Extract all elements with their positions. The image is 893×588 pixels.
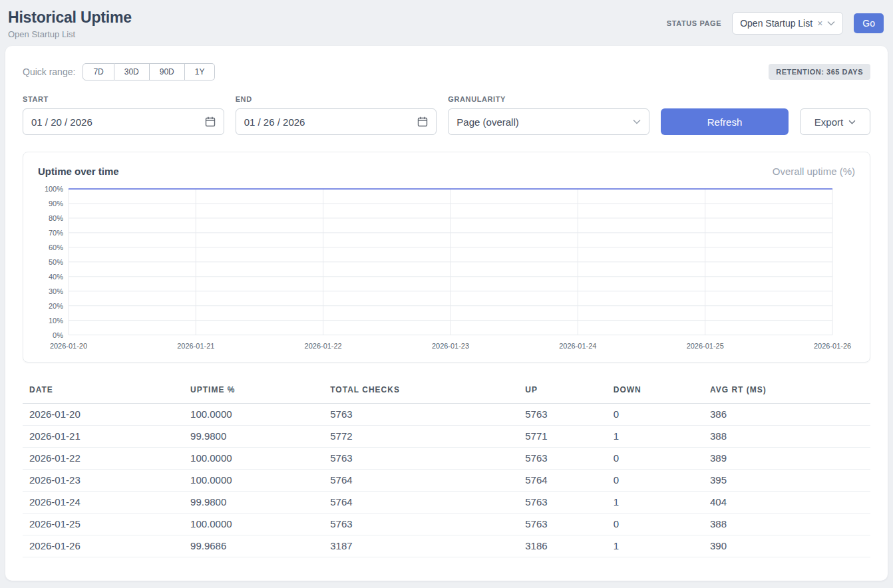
export-button[interactable]: Export (800, 108, 870, 135)
page-subtitle: Open Startup List (8, 29, 132, 39)
calendar-icon[interactable] (205, 116, 216, 127)
table-cell: 395 (703, 469, 870, 491)
table-cell: 99.9800 (184, 425, 323, 447)
y-tick-label: 50% (49, 258, 63, 266)
end-field: END 01 / 26 / 2026 (236, 95, 437, 135)
table-cell: 0 (607, 447, 703, 469)
table-cell: 99.9800 (184, 491, 323, 513)
y-tick-label: 40% (49, 273, 63, 281)
export-button-label: Export (814, 116, 843, 128)
table-cell: 404 (703, 491, 870, 513)
table-cell: 0 (607, 513, 703, 535)
x-tick-label: 2026-01-23 (432, 342, 469, 350)
table-cell: 5763 (518, 447, 606, 469)
x-tick-label: 2026-01-24 (559, 342, 596, 350)
status-page-select[interactable]: Open Startup List × (732, 12, 843, 35)
table-row: 2026-01-22100.0000576357630389 (23, 447, 870, 469)
y-tick-label: 70% (49, 229, 63, 237)
title-block: Historical Uptime Open Startup List (8, 9, 132, 39)
table-cell: 2026-01-22 (23, 447, 184, 469)
table-cell: 5763 (323, 403, 518, 425)
page-title: Historical Uptime (8, 9, 132, 27)
chevron-down-icon (633, 119, 641, 124)
y-tick-label: 60% (49, 243, 63, 251)
table-cell: 5764 (323, 491, 518, 513)
y-tick-label: 0% (53, 331, 63, 339)
calendar-icon[interactable] (417, 116, 428, 127)
uptime-line-chart: 0%10%20%30%40%50%60%70%80%90%100%2026-01… (38, 184, 855, 353)
column-header: DATE (23, 378, 184, 404)
quick-range-1y-button[interactable]: 1Y (185, 63, 216, 80)
chart-legend: Overall uptime (%) (773, 166, 855, 177)
status-page-label: STATUS PAGE (667, 19, 721, 27)
go-button[interactable]: Go (854, 13, 884, 33)
table-body: 2026-01-20100.00005763576303862026-01-21… (23, 403, 870, 557)
table-cell: 389 (703, 447, 870, 469)
table-row: 2026-01-20100.0000576357630386 (23, 403, 870, 425)
table-cell: 2026-01-25 (23, 513, 184, 535)
table-cell: 5764 (323, 469, 518, 491)
table-header-row: DATEUPTIME %TOTAL CHECKSUPDOWNAVG RT (MS… (23, 378, 870, 404)
quick-range-group: 7D30D90D1Y (83, 63, 215, 80)
status-page-selected-value: Open Startup List (740, 18, 812, 29)
table-cell: 100.0000 (184, 403, 323, 425)
table-cell: 5763 (518, 403, 606, 425)
start-label: START (23, 95, 224, 103)
y-tick-label: 80% (49, 214, 63, 222)
start-date-input[interactable]: 01 / 20 / 2026 (23, 108, 224, 135)
table-cell: 0 (607, 469, 703, 491)
uptime-table: DATEUPTIME %TOTAL CHECKSUPDOWNAVG RT (MS… (23, 378, 870, 557)
table-cell: 386 (703, 403, 870, 425)
filter-form-row: START 01 / 20 / 2026 END 01 / 26 / 2026 (23, 95, 870, 135)
granularity-select[interactable]: Page (overall) (448, 108, 649, 135)
quick-range-7d-button[interactable]: 7D (83, 63, 114, 80)
chart-title: Uptime over time (38, 166, 119, 177)
x-tick-label: 2026-01-26 (814, 342, 851, 350)
column-header: UP (518, 378, 606, 404)
x-tick-label: 2026-01-21 (177, 342, 214, 350)
start-date-value: 01 / 20 / 2026 (31, 116, 92, 128)
uptime-chart-card: Uptime over time Overall uptime (%) 0%10… (23, 152, 870, 363)
end-date-input[interactable]: 01 / 26 / 2026 (236, 108, 437, 135)
status-page-controls: STATUS PAGE Open Startup List × Go (667, 12, 884, 35)
retention-badge: RETENTION: 365 DAYS (769, 64, 870, 80)
table-cell: 390 (703, 535, 870, 557)
quick-range-90d-button[interactable]: 90D (150, 63, 185, 80)
quick-range-label: Quick range: (23, 67, 75, 77)
table-cell: 388 (703, 425, 870, 447)
x-tick-label: 2026-01-25 (687, 342, 724, 350)
clear-selection-icon[interactable]: × (817, 19, 822, 28)
granularity-selected-value: Page (overall) (456, 116, 518, 128)
chevron-down-icon (848, 120, 856, 124)
start-field: START 01 / 20 / 2026 (23, 95, 224, 135)
column-header: AVG RT (MS) (703, 378, 870, 404)
table-cell: 100.0000 (184, 513, 323, 535)
table-cell: 99.9686 (184, 535, 323, 557)
table-cell: 2026-01-24 (23, 491, 184, 513)
table-cell: 100.0000 (184, 447, 323, 469)
column-header: UPTIME % (184, 378, 323, 404)
refresh-button[interactable]: Refresh (661, 108, 789, 135)
y-tick-label: 10% (49, 317, 63, 325)
table-cell: 1 (607, 425, 703, 447)
y-tick-label: 30% (49, 287, 63, 295)
table-cell: 5763 (518, 513, 606, 535)
table-cell: 3186 (518, 535, 606, 557)
end-date-value: 01 / 26 / 2026 (244, 116, 305, 128)
table-cell: 5772 (323, 425, 518, 447)
table-cell: 2026-01-26 (23, 535, 184, 557)
table-cell: 100.0000 (184, 469, 323, 491)
quick-range-30d-button[interactable]: 30D (114, 63, 150, 80)
table-cell: 1 (607, 535, 703, 557)
table-cell: 3187 (323, 535, 518, 557)
x-tick-label: 2026-01-22 (305, 342, 342, 350)
table-cell: 1 (607, 491, 703, 513)
column-header: DOWN (607, 378, 703, 404)
table-cell: 2026-01-20 (23, 403, 184, 425)
table-cell: 5771 (518, 425, 606, 447)
chevron-down-icon (827, 21, 835, 26)
column-header: TOTAL CHECKS (323, 378, 518, 404)
table-cell: 2026-01-21 (23, 425, 184, 447)
x-tick-label: 2026-01-20 (50, 342, 87, 350)
y-tick-label: 100% (45, 185, 63, 193)
